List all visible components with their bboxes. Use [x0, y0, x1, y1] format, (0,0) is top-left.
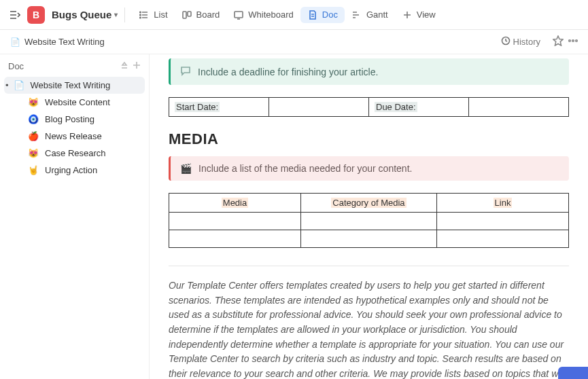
sidebar-item[interactable]: 📄Website Text Writing: [4, 77, 145, 94]
view-tab-label: List: [154, 10, 167, 20]
svg-point-7: [569, 40, 571, 42]
view-tab-label: Doc: [322, 10, 338, 20]
svg-point-1: [140, 14, 141, 16]
doc-icon: [307, 10, 318, 20]
doc-sidebar: Doc 📄Website Text Writing😻Website Conten…: [0, 54, 150, 379]
view-tab-gantt[interactable]: Gantt: [345, 7, 395, 23]
sidebar-item-icon: 🍎: [27, 131, 39, 141]
add-page-button[interactable]: [133, 61, 141, 71]
svg-rect-3: [183, 12, 186, 18]
add-view-label: View: [417, 10, 436, 20]
svg-rect-5: [235, 12, 243, 18]
svg-point-8: [572, 40, 574, 42]
svg-point-9: [576, 40, 578, 42]
sidebar-tree: 📄Website Text Writing😻Website Content🧿Bl…: [4, 77, 145, 179]
view-tab-label: Board: [196, 10, 220, 20]
due-date-cell[interactable]: [469, 98, 569, 117]
list-icon: [139, 10, 150, 20]
sidebar-item[interactable]: 😻Case Research: [4, 145, 145, 162]
sidebar-item[interactable]: 😻Website Content: [4, 94, 145, 111]
breadcrumb[interactable]: Website Text Writing: [24, 37, 105, 47]
topbar: B Bugs Queue ▾ List Board Whiteboard Doc…: [0, 0, 588, 30]
gantt-icon: [351, 10, 362, 20]
plus-icon: [402, 10, 413, 20]
table-row[interactable]: [169, 230, 569, 248]
due-date-label: Due Date:: [375, 102, 417, 112]
space-badge[interactable]: B: [27, 6, 45, 24]
sidebar-item-icon: 😻: [27, 148, 39, 158]
chat-icon: [180, 65, 191, 78]
dates-table[interactable]: Start Date: Due Date:: [169, 97, 569, 117]
add-view-button[interactable]: View: [395, 7, 443, 23]
view-tab-list[interactable]: List: [132, 7, 174, 23]
chevron-down-icon: ▾: [114, 11, 118, 18]
space-name-dropdown[interactable]: Bugs Queue ▾: [52, 9, 118, 20]
svg-point-2: [140, 17, 141, 18]
sidebar-item-label: Website Content: [45, 97, 110, 107]
template-disclaimer: Our Template Center offers templates cre…: [169, 278, 569, 379]
separator: [124, 7, 125, 22]
deadline-callout: Include a deadline for finishing your ar…: [169, 58, 569, 85]
table-row: Start Date: Due Date:: [169, 98, 569, 117]
start-date-label: Start Date:: [175, 102, 220, 112]
media-icon: 🎬: [180, 163, 192, 174]
doc-content[interactable]: Include a deadline for finishing your ar…: [150, 54, 588, 379]
history-label: History: [513, 37, 540, 47]
sidebar-item-icon: 📄: [13, 80, 25, 90]
view-tab-label: Gantt: [366, 10, 388, 20]
link-col-header: Link: [494, 198, 513, 208]
sidebar-item[interactable]: 🧿Blog Posting: [4, 111, 145, 128]
deadline-callout-text: Include a deadline for finishing your ar…: [198, 67, 378, 77]
sidebar-item-icon: 🤘: [27, 165, 39, 175]
subbar: 📄 Website Text Writing History: [0, 30, 588, 54]
more-menu-button[interactable]: [568, 35, 578, 48]
media-table[interactable]: Media Category of Media Link: [169, 193, 569, 248]
media-col-header: Media: [222, 198, 248, 208]
divider: [169, 266, 569, 266]
media-callout: 🎬 Include a list of the media needed for…: [169, 156, 569, 181]
category-col-header: Category of Media: [331, 198, 406, 208]
sidebar-heading: Doc: [4, 54, 145, 77]
view-tab-whiteboard[interactable]: Whiteboard: [226, 7, 300, 23]
view-tab-label: Whiteboard: [248, 10, 293, 20]
history-button[interactable]: History: [501, 36, 540, 48]
svg-point-0: [140, 12, 141, 13]
sidebar-item-label: Urging Action: [45, 165, 97, 175]
main-area: Doc 📄Website Text Writing😻Website Conten…: [0, 54, 588, 379]
sidebar-item-label: Website Text Writing: [31, 80, 111, 90]
media-callout-text: Include a list of the media needed for y…: [198, 163, 412, 174]
floating-action-button[interactable]: [558, 367, 588, 379]
table-row[interactable]: [169, 213, 569, 230]
svg-rect-4: [188, 12, 191, 16]
table-header-row: Media Category of Media Link: [169, 194, 569, 213]
collapse-icon[interactable]: [120, 61, 128, 71]
sidebar-item-icon: 😻: [27, 97, 39, 107]
space-name-label: Bugs Queue: [52, 9, 111, 20]
view-tab-doc[interactable]: Doc: [300, 7, 345, 23]
sidebar-toggle[interactable]: [7, 7, 23, 23]
sidebar-item-label: News Release: [45, 131, 102, 141]
favorite-button[interactable]: [553, 35, 564, 48]
start-date-cell[interactable]: [269, 98, 369, 117]
whiteboard-icon: [233, 10, 244, 20]
history-icon: [501, 36, 511, 48]
sidebar-item-label: Blog Posting: [45, 114, 94, 124]
view-tab-board[interactable]: Board: [175, 7, 227, 23]
sidebar-item-label: Case Research: [45, 148, 106, 158]
sidebar-item[interactable]: 🤘Urging Action: [4, 162, 145, 179]
board-icon: [181, 10, 192, 20]
doc-small-icon: 📄: [10, 37, 20, 48]
sidebar-item[interactable]: 🍎News Release: [4, 128, 145, 145]
sidebar-item-icon: 🧿: [27, 114, 39, 124]
sidebar-heading-label: Doc: [8, 61, 24, 71]
media-heading: MEDIA: [169, 130, 569, 148]
